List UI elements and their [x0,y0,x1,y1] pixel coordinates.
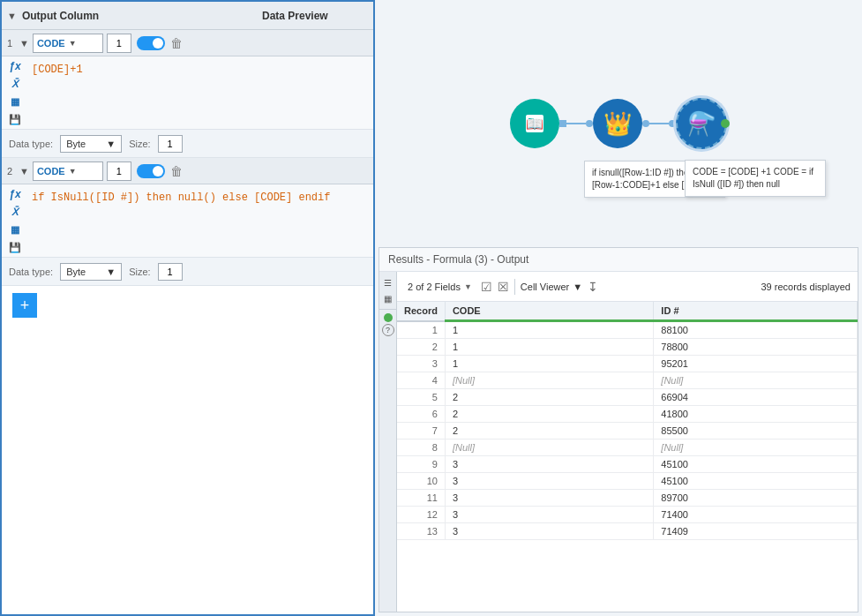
save-icon-2[interactable]: 💾 [7,239,23,255]
results-left-sidebar: ☰ ▦ ? [379,272,397,612]
cell-id: [Null] [654,439,858,456]
field-1-datatype-dropdown[interactable]: Byte ▼ [60,135,122,153]
field-1-row: 1 ▼ CODE ▼ 🗑 ƒx X̄ ▦ 💾 [CODE]+1 [2,30,373,158]
table-row: 5 2 66904 [397,389,858,406]
cell-id: 88100 [654,321,858,339]
field-2-size-input[interactable] [158,263,183,281]
results-toolbar: 2 of 2 Fields ▼ ☑ ☒ Cell Viewer ▼ ↧ 39 r… [397,272,858,302]
x-icon[interactable]: ☒ [498,280,509,294]
check-icon[interactable]: ☑ [481,280,492,294]
help-icon[interactable]: ? [382,324,394,336]
right-panel: 📖 👑 if isnull([Row-1:ID #]) then [Row-1:… [375,0,862,616]
connector-line-2 [649,123,669,124]
connector-2 [642,120,676,127]
table-row: 7 2 85500 [397,423,858,439]
tooltip-2: CODE = [CODE] +1 CODE = if IsNull ([ID #… [685,160,826,197]
cell-record: 5 [397,389,445,406]
cell-id: 89700 [654,490,858,507]
results-table-container[interactable]: Record CODE ID # 1 1 88100 2 1 78800 3 1… [397,302,858,612]
cell-record: 6 [397,406,445,423]
field-2-expand[interactable]: ▼ [19,166,29,177]
connector-dot-left-2 [642,120,649,127]
cell-code: 3 [445,456,653,473]
field-2-datatype-row: Data type: Byte ▼ Size: [2,257,373,285]
field-2-size-label: Size: [129,267,150,277]
field-1-number: 1 [7,38,18,49]
save-icon-1[interactable]: 💾 [7,111,23,127]
table-row: 2 1 78800 [397,339,858,356]
fields-dropdown-arrow: ▼ [464,282,472,291]
cell-code: 2 [445,423,653,439]
cell-id: 45100 [654,473,858,490]
field-2-side-icons: ƒx X̄ ▦ 💾 [7,186,23,255]
field-1-preview-input[interactable] [107,34,131,53]
field-1-side-icons: ƒx X̄ ▦ 💾 [7,58,23,127]
connector-line-1 [566,123,586,124]
cell-record: 1 [397,321,445,339]
table-row: 4 [Null] [Null] [397,372,858,389]
connector-dot-right-1 [586,120,593,127]
flask-output-dot [721,119,730,128]
field-1-delete-icon[interactable]: 🗑 [170,36,183,50]
add-field-area: + [2,286,373,325]
cell-id: 95201 [654,356,858,372]
cell-id: 78800 [654,339,858,356]
table-icon-1[interactable]: ▦ [7,94,23,109]
header-expand-icon[interactable]: ▼ [7,11,17,21]
cell-record: 2 [397,339,445,356]
xbar-icon-1[interactable]: X̄ [7,76,23,92]
cell-id: 85500 [654,423,858,439]
active-indicator[interactable] [384,313,393,322]
cell-viewer-button[interactable]: Cell Viewer ▼ [521,282,582,292]
filter-icon[interactable]: ▦ [381,291,395,305]
add-field-button[interactable]: + [12,293,37,318]
field-2-delete-icon[interactable]: 🗑 [170,164,183,178]
field-1-expand[interactable]: ▼ [19,38,29,49]
field-1-datatype-row: Data type: Byte ▼ Size: [2,129,373,157]
results-title: Results - Formula (3) - Output [388,253,528,266]
book-node-icon[interactable]: 📖 [510,99,559,148]
workflow-area: 📖 👑 if isnull([Row-1:ID #]) then [Row-1:… [375,0,862,247]
connector-1 [559,120,593,127]
connector-dot-left-1 [559,120,566,127]
flask-node-icon[interactable]: ⚗️ [676,98,727,149]
field-1-column-dropdown[interactable]: CODE ▼ [33,34,103,53]
fields-selector-button[interactable]: 2 of 2 Fields ▼ [404,280,476,294]
field-1-size-input[interactable] [158,135,183,153]
cell-id: 66904 [654,389,858,406]
field-2-datatype-dropdown[interactable]: Byte ▼ [60,263,122,281]
table-row: 3 1 95201 [397,356,858,372]
datatype-dropdown-arrow-2: ▼ [106,267,116,277]
field-2-toggle[interactable] [137,164,165,178]
fx-icon-2[interactable]: ƒx [7,186,23,202]
toggle-track[interactable] [137,36,165,50]
toggle-thumb-2 [153,166,163,177]
table-icon-2[interactable]: ▦ [7,222,23,237]
left-panel: ▼ Output Column Data Preview 1 ▼ CODE ▼ … [0,0,375,616]
field-1-header: 1 ▼ CODE ▼ 🗑 [2,30,373,56]
pin-icon[interactable]: ↧ [588,280,598,294]
data-preview-header: Data Preview [262,10,368,22]
xbar-icon-2[interactable]: X̄ [7,204,23,220]
toggle-thumb [153,38,163,49]
field-2-formula[interactable]: if IsNull([ID #]) then null() else [CODE… [28,186,373,255]
field-1-formula[interactable]: [CODE]+1 [28,58,373,127]
svg-text:📖: 📖 [526,116,543,132]
field-2-datatype-label: Data type: [9,267,53,277]
cell-code: 2 [445,389,653,406]
cell-code: 3 [445,523,653,540]
fx-icon-1[interactable]: ƒx [7,58,23,74]
column-header-row: ▼ Output Column Data Preview [2,2,373,30]
field-2-preview-input[interactable] [107,162,131,181]
cell-record: 4 [397,372,445,389]
table-row: 9 3 45100 [397,456,858,473]
cell-record: 12 [397,507,445,523]
list-icon[interactable]: ☰ [381,275,395,289]
toggle-track-2[interactable] [137,164,165,178]
field-2-header: 2 ▼ CODE ▼ 🗑 [2,158,373,184]
cell-id: 45100 [654,456,858,473]
field-2-column-dropdown[interactable]: CODE ▼ [33,162,103,181]
crown-node-icon[interactable]: 👑 [593,99,642,148]
cell-record: 8 [397,439,445,456]
field-1-toggle[interactable] [137,36,165,50]
